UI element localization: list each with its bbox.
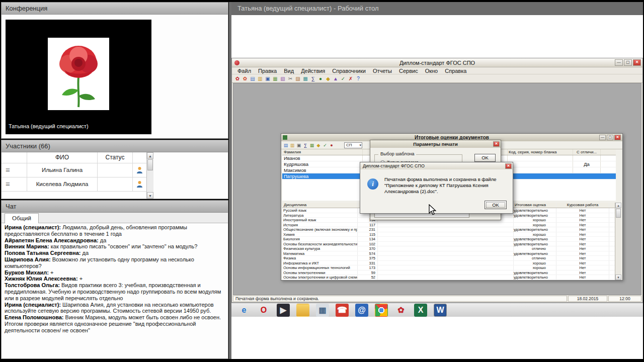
cut-icon[interactable]: ✂ bbox=[287, 75, 294, 82]
column-header-fio[interactable]: ФИО bbox=[27, 152, 97, 163]
copy-icon[interactable]: ▨ bbox=[294, 75, 301, 82]
message-box-close-button[interactable]: ✕ bbox=[505, 163, 512, 169]
media-player-icon[interactable]: ▶ bbox=[277, 304, 290, 317]
rose-app-icon[interactable]: ✿ bbox=[394, 304, 408, 317]
column-honors[interactable]: С отличи... bbox=[573, 149, 601, 155]
app-titlebar[interactable]: Диплом-стандарт ФГОС СПО — ▢ ✕ bbox=[232, 58, 642, 67]
video-feed[interactable]: Татьяна (ведущий специалист) bbox=[6, 20, 151, 134]
subject-row[interactable]: Физика 375 отлично Нет bbox=[282, 256, 616, 261]
print-icon[interactable]: ▣ bbox=[296, 142, 302, 148]
column-final-grade[interactable]: Итоговая оценка bbox=[514, 203, 556, 208]
subject-row[interactable]: Информатика и ИКТ 331 хорошо Нет bbox=[282, 261, 616, 266]
check-icon[interactable]: ✓ bbox=[340, 75, 347, 82]
subject-grade: удовлетворительно bbox=[514, 275, 556, 280]
save-icon[interactable]: ▣ bbox=[264, 75, 271, 82]
sum-icon[interactable]: ∑ bbox=[302, 142, 308, 148]
open-icon[interactable]: ▥ bbox=[289, 142, 295, 148]
chat-tabbar: Общий bbox=[2, 213, 228, 223]
sum-icon[interactable]: ∑ bbox=[309, 75, 316, 82]
participant-row[interactable]: ≡ Ильина Галина bbox=[2, 163, 146, 177]
menu-item[interactable]: Сервис bbox=[395, 68, 422, 74]
chat-message: Ирина (специалист): Людмила, добрый день… bbox=[5, 224, 225, 237]
refresh-icon[interactable]: ● bbox=[317, 75, 324, 82]
maximize-button[interactable]: ▢ bbox=[624, 59, 632, 66]
minimize-button[interactable]: — bbox=[615, 59, 623, 66]
print-ok-button[interactable]: OK bbox=[474, 154, 496, 162]
drag-handle-icon[interactable]: ≡ bbox=[6, 165, 10, 174]
subject-row[interactable]: Основы информационных технологий 173 хор… bbox=[282, 265, 616, 270]
print-dialog-titlebar[interactable]: Параметры печати ✕ bbox=[370, 140, 501, 148]
filter-icon[interactable]: ◆ bbox=[315, 142, 321, 148]
column-header-status[interactable]: Статус bbox=[97, 152, 132, 163]
grid-icon[interactable]: ▤ bbox=[283, 142, 289, 148]
drag-handle-icon[interactable]: ≡ bbox=[6, 179, 10, 188]
participants-scrollbar[interactable]: ▲ ▼ bbox=[146, 152, 153, 199]
check-icon[interactable]: ✓ bbox=[322, 142, 328, 148]
excel-icon[interactable]: X bbox=[414, 304, 427, 317]
scroll-down-icon[interactable]: ▼ bbox=[615, 275, 621, 280]
subject-row[interactable]: Основы электротехники 59 удовлетворитель… bbox=[282, 270, 616, 276]
message-box-ok-button[interactable]: OK bbox=[485, 201, 507, 209]
menu-item[interactable]: Окно bbox=[422, 68, 442, 74]
chrome-icon[interactable] bbox=[375, 304, 388, 317]
system-app-icon[interactable]: ▦ bbox=[316, 304, 329, 317]
subject-row[interactable]: Химия 115 хорошо Нет bbox=[282, 232, 616, 237]
menu-item[interactable]: Действия bbox=[297, 68, 329, 74]
opera-icon[interactable]: O bbox=[257, 304, 270, 317]
delete-icon[interactable]: ✗ bbox=[347, 75, 354, 82]
open-icon[interactable]: ▥ bbox=[257, 75, 264, 82]
column-surname[interactable]: Фамилия bbox=[282, 149, 363, 155]
menu-item[interactable]: Файл bbox=[234, 68, 255, 74]
word-icon[interactable]: W bbox=[434, 304, 447, 317]
subject-row[interactable]: Математика 574 удовлетворительно Нет bbox=[282, 251, 616, 256]
mail-icon[interactable]: @ bbox=[355, 304, 368, 317]
scrollbar-thumb[interactable] bbox=[616, 209, 621, 218]
participant-row[interactable]: ≡ Киселева Людмила bbox=[2, 177, 146, 192]
tab-general[interactable]: Общий bbox=[5, 213, 39, 223]
results-maximize-button[interactable]: ▢ bbox=[607, 135, 613, 140]
new-icon[interactable]: ▤ bbox=[249, 75, 256, 82]
chat-author: Хижняк Юлия Алексеевна: bbox=[5, 276, 78, 282]
chat-messages[interactable]: Ирина (специалист): Людмила, добрый день… bbox=[2, 223, 228, 358]
close-doc-icon[interactable]: ● bbox=[329, 142, 335, 148]
paste-icon[interactable]: ▩ bbox=[302, 75, 309, 82]
menu-item[interactable]: Вид bbox=[280, 68, 297, 74]
scrollbar-thumb[interactable] bbox=[147, 159, 153, 170]
subject-row[interactable]: Биология 134 удовлетворительно Нет bbox=[282, 237, 616, 242]
column-blank-code[interactable]: Код, серия, номер бланка bbox=[508, 149, 573, 155]
menu-item[interactable]: Правка bbox=[255, 68, 280, 74]
column-coursework[interactable]: Курсовая работа bbox=[556, 203, 609, 208]
period-icon[interactable]: ✿ bbox=[242, 75, 249, 82]
subject-coursework: Нет bbox=[556, 246, 609, 251]
ie-icon[interactable]: e bbox=[237, 304, 251, 317]
template-combobox[interactable]: СП bbox=[344, 142, 362, 148]
scroll-up-icon[interactable]: ▲ bbox=[615, 203, 621, 208]
subject-row[interactable]: Основы электротехники и цифровой схемоте… bbox=[282, 275, 616, 280]
up-icon[interactable]: ▲ bbox=[332, 75, 339, 82]
scroll-up-icon[interactable]: ▲ bbox=[147, 152, 153, 159]
subjects-scrollbar[interactable]: ▲ ▼ bbox=[615, 203, 621, 280]
subject-row[interactable]: Основы безопасности жизнедеятельности 10… bbox=[282, 242, 616, 247]
folder-icon[interactable] bbox=[296, 304, 309, 317]
menu-item[interactable]: Отчеты bbox=[369, 68, 395, 74]
column-discipline[interactable]: Дисциплина bbox=[282, 203, 358, 208]
results-close-button[interactable]: ✕ bbox=[614, 135, 621, 140]
chat-author: Елена Поломошнова: bbox=[5, 314, 64, 320]
close-button[interactable]: ✕ bbox=[633, 59, 641, 66]
table-icon[interactable]: ▦ bbox=[309, 142, 315, 148]
subject-row[interactable]: Физическая культура 370 отлично Нет bbox=[282, 246, 616, 251]
subject-row[interactable]: История 117 хорошо Нет bbox=[282, 223, 616, 228]
phone-icon[interactable]: ☎ bbox=[336, 304, 349, 317]
scroll-down-icon[interactable]: ▼ bbox=[147, 192, 153, 199]
message-box-titlebar[interactable]: Диплом-стандарт ФГОС СПО ✕ bbox=[360, 162, 513, 169]
reports-icon[interactable]: ◆ bbox=[325, 75, 332, 82]
subject-row[interactable]: Обществознание (включая экономику и прав… bbox=[282, 227, 616, 232]
print-icon[interactable]: ▦ bbox=[272, 75, 279, 82]
preview-icon[interactable]: ▧ bbox=[279, 75, 286, 82]
results-minimize-button[interactable]: — bbox=[599, 135, 606, 140]
print-dialog-close-button[interactable]: ✕ bbox=[493, 141, 500, 147]
menu-item[interactable]: Справка bbox=[441, 68, 470, 74]
menu-item[interactable]: Справочники bbox=[329, 68, 369, 74]
app-rose-icon[interactable]: ✿ bbox=[234, 75, 241, 82]
help-icon[interactable]: ? bbox=[355, 75, 362, 82]
